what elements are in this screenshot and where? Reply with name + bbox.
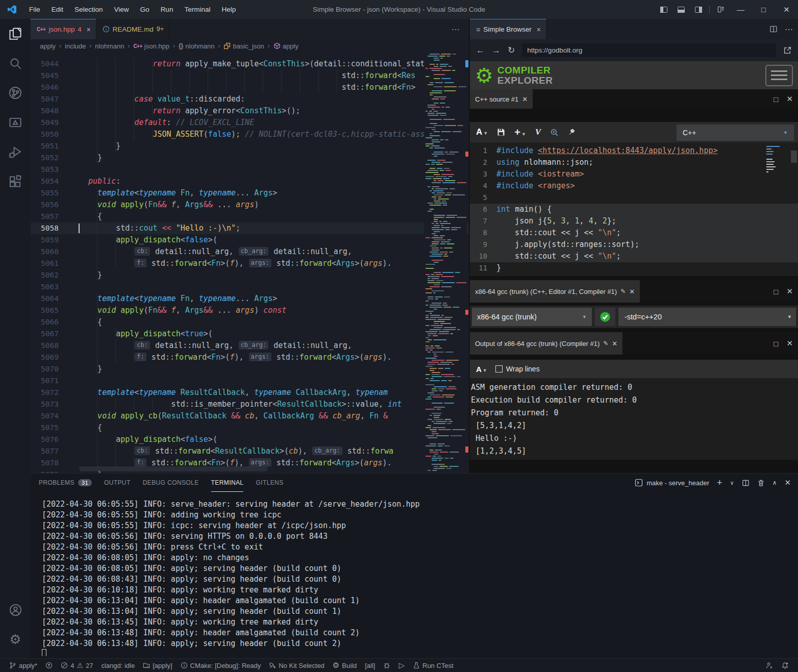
line-number[interactable]: 5057 [31,211,79,222]
problems-status[interactable]: 4⚠27 [57,659,97,672]
breadcrumb-item-nlohmann[interactable]: nlohmann [95,42,124,50]
edit-icon[interactable]: ✎ [620,288,626,295]
menu-go[interactable]: Go [135,0,155,19]
settings-gear-icon[interactable]: ⚙ [0,625,31,654]
ce-scrollbar[interactable] [791,151,797,163]
line-number[interactable]: 5073 [31,399,79,410]
panel-tab-debug-console[interactable]: DEBUG CONSOLE [143,474,199,492]
ctest-status[interactable]: Run CTest [409,659,458,672]
minimap[interactable] [424,53,466,473]
line-number[interactable]: 5055 [31,187,79,199]
code-editor[interactable]: 5044 return apply_make_tuple<ConstThis>(… [31,53,469,473]
hamburger-menu-icon[interactable] [765,65,793,86]
breadcrumb-item-include[interactable]: include [65,42,86,50]
minimize-button[interactable]: — [729,0,752,19]
language-select[interactable]: C++ ▼ [677,125,794,141]
maximize-pane-icon[interactable]: □ [774,339,778,348]
line-number[interactable]: 5061 [31,258,79,269]
line-number[interactable]: 5076 [31,434,79,445]
menu-view[interactable]: View [109,0,135,19]
close-icon[interactable]: ✕ [612,340,617,347]
save-icon[interactable] [497,128,505,136]
ce-source-editor[interactable]: 1#include <https://localhost:8443/apply/… [470,142,798,276]
menu-edit[interactable]: Edit [46,0,69,19]
compiler-select[interactable]: x86-64 gcc (trunk) ▼ [472,308,592,326]
line-number[interactable]: 5071 [31,375,79,387]
line-number[interactable]: 5079 [31,469,79,473]
toggle-panel-icon[interactable] [672,0,690,19]
open-external-icon[interactable] [783,46,792,55]
line-number[interactable]: 5050 [31,129,79,140]
kit-status[interactable]: No Kit Selected [265,659,329,672]
close-tab-icon[interactable]: × [537,26,541,34]
line-number[interactable]: 5077 [31,445,79,457]
compiler-pane-tab[interactable]: x86-64 gcc (trunk) (C++, Editor #1, Comp… [470,280,640,303]
source-pane-tab[interactable]: C++ source #1 ✕ [470,89,533,109]
extensions-icon[interactable] [0,167,31,196]
cmake-project-status[interactable]: [apply] [139,659,176,672]
terminal-output[interactable]: [2022-04-30 06:05:55] INFO: serve_header… [42,499,793,656]
close-pane-icon[interactable]: ✕ [786,339,793,348]
line-number[interactable]: 5067 [31,328,79,340]
line-number[interactable]: 5060 [31,246,79,258]
tab-simple-browser[interactable]: ≡ Simple Browser × [470,19,546,39]
close-icon[interactable]: ✕ [629,288,635,295]
maximize-button[interactable]: □ [752,0,775,19]
maximize-pane-icon[interactable]: □ [774,287,778,296]
panel-tab-output[interactable]: OUTPUT [104,474,131,492]
line-number[interactable]: 5047 [31,93,79,105]
url-input[interactable]: https://godbolt.org [522,43,776,57]
close-tab-icon[interactable]: × [86,26,90,34]
breadcrumb[interactable]: apply›include›nlohmann›C++json.hpp›{}nlo… [31,39,469,53]
line-number[interactable]: 5049 [31,117,79,129]
run-debug-icon[interactable] [0,137,31,167]
add-pane-button[interactable]: +▼ [514,127,526,138]
line-number[interactable]: 5074 [31,410,79,422]
edit-icon[interactable]: ✎ [603,340,608,347]
toggle-secondary-sidebar-icon[interactable] [690,0,707,19]
line-number[interactable]: 5052 [31,152,79,164]
menu-help[interactable]: Help [216,0,241,19]
menu-run[interactable]: Run [155,0,179,19]
panel-tab-terminal[interactable]: TERMINAL [211,474,244,492]
maximize-pane-icon[interactable]: □ [774,95,778,104]
line-number[interactable]: 5066 [31,316,79,328]
branch-status[interactable]: apply* [5,659,41,672]
line-number[interactable]: 5070 [31,363,79,375]
horizontal-scrollbar[interactable] [79,466,268,471]
debug-status[interactable] [379,659,394,672]
zoom-icon[interactable] [550,128,559,137]
line-number[interactable]: 5075 [31,422,79,434]
source-control-icon[interactable] [0,78,31,108]
vim-toggle-button[interactable]: V [535,127,541,137]
cmake-status[interactable]: CMake: [Debug]: Ready [177,659,265,672]
line-number[interactable]: 5063 [31,281,79,293]
tab-json.hpp[interactable]: C++json.hpp4× [31,19,96,39]
split-editor-icon[interactable] [769,25,778,33]
font-size-button[interactable]: A▼ [476,365,487,374]
font-size-button[interactable]: A▼ [476,127,488,137]
line-number[interactable]: 5054 [31,176,79,187]
close-panel-icon[interactable]: ✕ [784,478,791,487]
terminal-session[interactable]: make - serve_header [635,479,709,487]
split-terminal-icon[interactable] [742,479,750,487]
line-number[interactable]: 5058 [31,222,79,234]
line-number[interactable]: 5059 [31,234,79,246]
line-number[interactable]: 5053 [31,164,79,176]
reload-icon[interactable]: ↻ [508,45,515,56]
close-window-button[interactable]: ✕ [775,0,798,19]
panel-tab-gitlens[interactable]: GITLENS [256,474,283,492]
line-number[interactable]: 5069 [31,352,79,363]
breadcrumb-item-basic_json[interactable]: basic_json [223,42,264,50]
line-number[interactable]: 5051 [31,140,79,152]
search-icon[interactable] [0,48,31,78]
terminal-dropdown-icon[interactable]: ∨ [730,480,734,486]
menu-file[interactable]: File [23,0,46,19]
line-number[interactable]: 5045 [31,70,79,82]
tab-README.md[interactable]: README.md9+ [96,19,170,39]
build-status[interactable]: ⚙Build [329,659,361,672]
pin-icon[interactable] [568,128,576,136]
trash-icon[interactable] [757,479,765,487]
panel-tab-problems[interactable]: PROBLEMS31 [39,474,92,492]
line-number[interactable]: 5068 [31,340,79,352]
